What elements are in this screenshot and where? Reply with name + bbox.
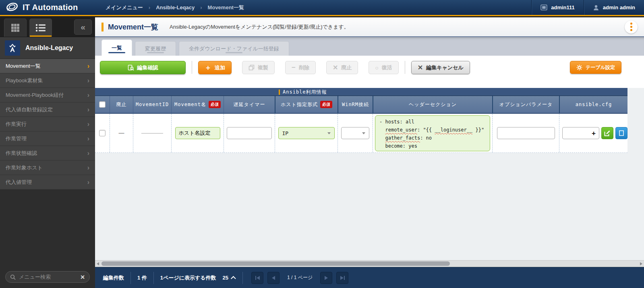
user-name: admin admin [603, 4, 635, 10]
add-file-button[interactable]: + [592, 129, 596, 137]
winrm-select[interactable] [341, 127, 369, 139]
select-all-checkbox[interactable] [99, 101, 106, 108]
discard-button[interactable]: ✕ 廃止 [326, 61, 358, 74]
breadcrumb-separator-icon: › [149, 4, 150, 10]
add-button[interactable]: ＋ 追加 [198, 61, 232, 74]
sidebar-item-operation-management[interactable]: 作業管理 › [0, 131, 95, 146]
table-header-row: 廃止 MovementID Movement名 必須 遅延タイマー ホスト指定形… [95, 96, 627, 114]
required-badge: 必須 [320, 101, 332, 108]
breadcrumb-main-menu[interactable]: メインメニュー [106, 4, 143, 11]
header-movement-id: MovementID [133, 96, 171, 113]
app-logo[interactable]: IT Automation [0, 1, 95, 15]
triangle-right-icon [340, 276, 344, 280]
edit-cancel-button[interactable]: ✕ 編集キャンセル [411, 61, 470, 74]
tab-change-history[interactable]: 変更履歴 [135, 41, 176, 56]
scroll-left-button[interactable] [95, 261, 101, 267]
chevron-up-icon [231, 276, 236, 281]
toolbar-divider [192, 61, 192, 74]
tab-underline [108, 52, 125, 53]
edit-count-value: 1 件 [137, 274, 147, 282]
last-page-button[interactable] [336, 272, 348, 284]
per-page-select[interactable]: 25 [223, 275, 236, 281]
tab-underline [226, 52, 242, 53]
sidebar-item-playbook-materials[interactable]: Playbook素材集 › [0, 73, 95, 88]
header-section-textarea[interactable]: - hosts: all remote_user: "{{ __loginuse… [375, 115, 490, 151]
sidebar-tab-grid[interactable] [4, 19, 27, 37]
menu-search-input[interactable]: メニュー検索 ✕ [5, 271, 90, 283]
next-page-button[interactable] [320, 272, 332, 284]
kebab-dot [630, 26, 632, 28]
tab-download-bulk-register[interactable]: 全件ダウンロード・ファイル一括登録 [179, 41, 289, 56]
toolbar: 編集確認 ＋ 追加 複製 − 削除 ✕ 廃止 [95, 56, 644, 88]
user-menu[interactable]: admin admin [584, 0, 644, 15]
group-accent-bar [279, 90, 280, 95]
edit-pencil-icon [604, 130, 611, 136]
edit-cancel-label: 編集キャンセル [426, 64, 464, 71]
discard-label: 廃止 [341, 64, 352, 71]
chevron-right-icon: › [87, 150, 89, 157]
header-host-format: ホスト指定形式 必須 [275, 96, 338, 113]
sidebar-collapse-button[interactable]: « [74, 19, 92, 35]
previous-page-button[interactable] [267, 272, 280, 284]
restore-label: 復活 [382, 64, 392, 71]
sidebar-item-label: Playbook素材集 [6, 77, 43, 84]
ansible-cfg-input[interactable]: + [562, 127, 599, 139]
chevron-down-icon [362, 132, 365, 134]
extra-action-button[interactable] [615, 127, 627, 139]
main-content: Movement一覧 Ansible-LegacyのMovementをメンテナン… [95, 16, 644, 288]
restore-button[interactable]: ○ 復活 [369, 61, 398, 74]
first-page-button[interactable] [251, 272, 263, 284]
sidebar-item-operation-execute[interactable]: 作業実行 › [0, 117, 95, 131]
sidebar-item-substitution-auto-registration[interactable]: 代入値自動登録設定 › [0, 102, 95, 117]
x-icon: ✕ [418, 65, 423, 71]
chevron-right-icon: › [87, 77, 89, 84]
sidebar-tab-bar: « [0, 16, 95, 37]
duplicate-button[interactable]: 複製 [242, 61, 275, 74]
page-menu-button[interactable] [625, 21, 638, 33]
page-description: Ansible-LegacyのMovementをメンテナンス(閲覧/登録/更新/… [170, 23, 349, 31]
row-edit-button[interactable] [601, 127, 613, 139]
circle-icon: ○ [375, 65, 378, 71]
row-checkbox[interactable] [99, 130, 106, 136]
tab-label: 変更履歴 [145, 45, 166, 52]
sidebar-item-label: 作業管理 [6, 135, 27, 142]
clear-search-icon[interactable]: ✕ [80, 274, 85, 280]
workspace-icon [540, 4, 547, 10]
sidebar-item-substitution-management[interactable]: 代入値管理 › [0, 175, 95, 190]
tab-list[interactable]: 一覧 [101, 40, 132, 56]
list-icon [35, 23, 46, 32]
delay-timer-input[interactable] [227, 127, 272, 139]
movement-name-input[interactable] [175, 127, 220, 139]
scrollbar-track[interactable] [101, 261, 638, 267]
sidebar-item-target-hosts[interactable]: 作業対象ホスト › [0, 161, 95, 175]
host-format-select[interactable]: IP [278, 127, 335, 139]
sidebar-item-movement-list[interactable]: Movement一覧 › [0, 59, 95, 73]
sidebar-item-movement-playbook-link[interactable]: Movement-Playbook紐付 › [0, 88, 95, 102]
page-title: Movement一覧 [108, 22, 158, 32]
delete-button[interactable]: − 削除 [285, 61, 316, 74]
kebab-dot [630, 23, 632, 25]
collapse-chevrons-icon: « [81, 22, 85, 32]
header-discard: 廃止 [110, 96, 133, 113]
sidebar-tab-list[interactable] [29, 19, 52, 37]
edit-confirm-icon [128, 65, 134, 71]
header-delay-timer: 遅延タイマー [224, 96, 275, 113]
x-icon: ✕ [333, 65, 338, 71]
table-settings-button[interactable]: テーブル設定 [570, 61, 621, 74]
scroll-right-button[interactable] [638, 261, 644, 267]
option-parameter-input[interactable] [497, 127, 555, 139]
app-title: IT Automation [23, 3, 78, 12]
edit-count-label: 編集件数 [103, 274, 124, 282]
chevron-right-icon: › [87, 63, 89, 70]
breadcrumb-menu-group[interactable]: Ansible-Leqacy [156, 4, 195, 10]
workspace-switcher[interactable]: admin111 [531, 0, 584, 15]
breadcrumb-separator-icon: › [200, 4, 202, 10]
sidebar-item-operation-status-check[interactable]: 作業状態確認 › [0, 146, 95, 161]
scrollbar-thumb[interactable] [101, 261, 450, 266]
edit-confirm-button[interactable]: 編集確認 [100, 61, 186, 74]
duplicate-label: 複製 [258, 64, 268, 71]
search-icon [10, 274, 16, 280]
breadcrumb-current-page: Movement一覧 [208, 4, 244, 11]
chevron-right-icon: › [87, 179, 89, 186]
plus-icon: ＋ [205, 64, 211, 71]
